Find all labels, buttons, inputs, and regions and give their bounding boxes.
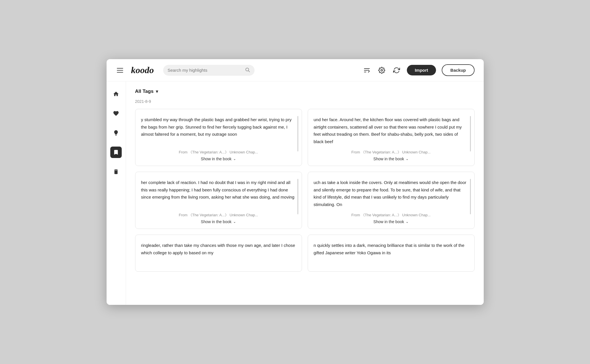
highlight-text: uch as take a look inside the covers. On… — [314, 179, 469, 208]
highlights-grid: y stumbled my way through the plastic ba… — [135, 109, 475, 272]
highlight-text: y stumbled my way through the plastic ba… — [141, 116, 296, 145]
sidebar-item-highlights[interactable] — [110, 147, 122, 158]
highlight-footer: From 《The Vegetarian: A...》 Unknown Chap… — [314, 213, 469, 224]
show-book-chevron-icon: ⌄ — [406, 157, 409, 161]
search-icon — [245, 67, 250, 73]
highlight-text: n quickly settles into a dark, menacing … — [314, 242, 469, 267]
search-input[interactable] — [168, 68, 243, 73]
show-in-book-button[interactable]: Show in the book ⌄ — [141, 219, 296, 224]
header: koodo — [107, 59, 484, 81]
date-group-label: 2021-8-9 — [135, 99, 475, 104]
app-window: koodo — [107, 59, 484, 305]
filter-label: All Tags — [135, 89, 154, 94]
settings-button[interactable] — [377, 66, 386, 75]
show-book-chevron-icon: ⌄ — [233, 220, 236, 224]
show-book-chevron-icon: ⌄ — [406, 220, 409, 224]
show-book-chevron-icon: ⌄ — [233, 157, 236, 161]
scroll-indicator — [470, 179, 471, 214]
highlight-footer: From 《The Vegetarian: A...》 Unknown Chap… — [141, 150, 296, 161]
header-actions: Import Backup — [362, 64, 475, 76]
svg-point-5 — [381, 69, 383, 71]
refresh-button[interactable] — [392, 66, 401, 75]
show-in-book-button[interactable]: Show in the book ⌄ — [314, 219, 469, 224]
highlight-source: From 《The Vegetarian: A...》 Unknown Chap… — [314, 150, 469, 155]
search-bar — [163, 65, 255, 76]
highlight-text: und her face. Around her, the kitchen fl… — [314, 116, 469, 145]
sidebar — [107, 81, 126, 305]
app-logo: koodo — [131, 65, 154, 75]
svg-line-1 — [248, 71, 249, 72]
highlight-card: ringleader, rather than take my chances … — [135, 235, 302, 272]
sidebar-item-trash[interactable] — [110, 166, 122, 177]
scroll-indicator — [297, 179, 298, 214]
scroll-indicator — [297, 116, 298, 151]
filter-chevron-icon[interactable]: ▾ — [156, 88, 158, 95]
highlight-card: her complete lack of reaction. I had no … — [135, 172, 302, 229]
sort-button[interactable] — [362, 66, 371, 75]
highlight-card: n quickly settles into a dark, menacing … — [308, 235, 475, 272]
menu-button[interactable] — [116, 67, 124, 74]
highlight-footer: From 《The Vegetarian: A...》 Unknown Chap… — [314, 150, 469, 161]
filter-row: All Tags ▾ — [135, 88, 475, 95]
highlight-source: From 《The Vegetarian: A...》 Unknown Chap… — [141, 213, 296, 218]
show-in-book-button[interactable]: Show in the book ⌄ — [314, 157, 469, 161]
highlight-source: From 《The Vegetarian: A...》 Unknown Chap… — [141, 150, 296, 155]
highlight-card: und her face. Around her, the kitchen fl… — [308, 109, 475, 166]
highlight-card: y stumbled my way through the plastic ba… — [135, 109, 302, 166]
backup-button[interactable]: Backup — [442, 64, 474, 76]
main-layout: All Tags ▾ 2021-8-9 y stumbled my way th… — [107, 81, 484, 305]
highlight-card: uch as take a look inside the covers. On… — [308, 172, 475, 229]
highlight-text: her complete lack of reaction. I had no … — [141, 179, 296, 208]
show-in-book-button[interactable]: Show in the book ⌄ — [141, 157, 296, 161]
highlight-source: From 《The Vegetarian: A...》 Unknown Chap… — [314, 213, 469, 218]
sidebar-item-favorites[interactable] — [110, 108, 122, 119]
highlight-text: ringleader, rather than take my chances … — [141, 242, 296, 267]
highlight-footer: From 《The Vegetarian: A...》 Unknown Chap… — [141, 213, 296, 224]
import-button[interactable]: Import — [407, 65, 436, 75]
content-area: All Tags ▾ 2021-8-9 y stumbled my way th… — [126, 81, 484, 305]
sidebar-item-home[interactable] — [110, 88, 122, 100]
sidebar-item-ideas[interactable] — [110, 127, 122, 139]
scroll-indicator — [470, 116, 471, 151]
